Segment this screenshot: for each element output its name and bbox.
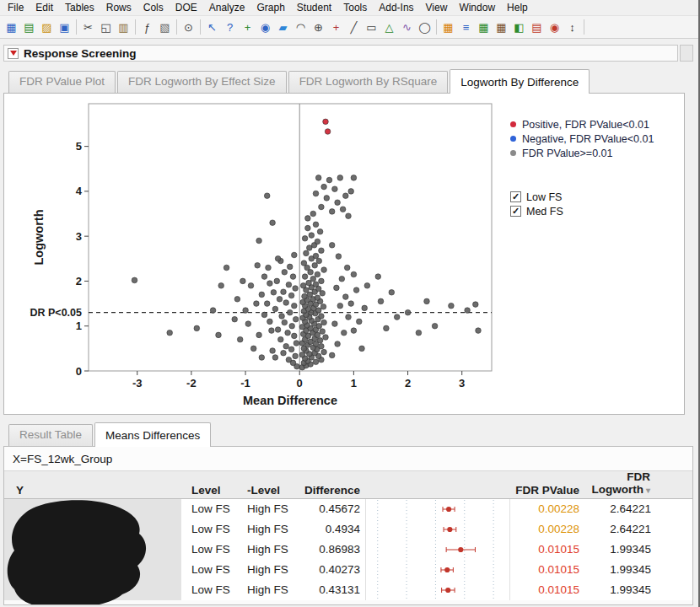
cell-difference[interactable]: 0.86983 [293, 540, 365, 560]
scatter-point[interactable] [324, 196, 330, 201]
copy-icon[interactable]: ◱ [97, 19, 115, 36]
row-diff-plot[interactable] [366, 560, 509, 580]
zoom-tool-icon[interactable]: ⊕ [310, 19, 327, 36]
script-icon[interactable]: ƒ [138, 19, 156, 36]
scatter-point[interactable] [302, 236, 308, 242]
row-diff-plot[interactable] [366, 580, 509, 600]
scatter-point[interactable] [292, 252, 298, 258]
scatter-point[interactable] [321, 320, 327, 325]
scatter-point[interactable] [348, 301, 354, 307]
scatter-point[interactable] [285, 330, 291, 336]
scatter-point[interactable] [286, 357, 292, 363]
cell-level[interactable]: Low FS [181, 560, 237, 580]
curve-tool-icon[interactable]: ∿ [398, 19, 416, 36]
scatter-point[interactable] [319, 204, 325, 210]
scatter-point[interactable] [344, 265, 350, 271]
save-icon[interactable]: ▣ [56, 19, 73, 36]
scatter-point[interactable] [343, 294, 349, 300]
scatter-point[interactable] [317, 338, 323, 344]
scatter-point[interactable] [307, 245, 313, 251]
scatter-point[interactable] [340, 207, 346, 212]
scatter-point[interactable] [312, 263, 318, 269]
scatter-point[interactable] [289, 323, 295, 329]
scatter-point[interactable] [432, 323, 438, 329]
scatter-point[interactable] [286, 282, 292, 287]
scatter-point[interactable] [310, 277, 316, 282]
scatter-point[interactable] [240, 278, 246, 284]
scatter-point[interactable] [335, 200, 341, 206]
scatter-point[interactable] [261, 274, 267, 280]
sort-arrows-icon[interactable]: ↕ [563, 19, 581, 36]
scatter-point[interactable] [343, 193, 349, 199]
scatter-point[interactable] [405, 309, 411, 315]
summary-icon[interactable]: ≡ [457, 19, 475, 36]
scatter-point[interactable] [216, 332, 222, 338]
column-header-level[interactable]: Level [181, 484, 237, 497]
cell-plot[interactable] [365, 499, 510, 519]
join-icon[interactable]: ▦ [493, 19, 510, 36]
scatter-point[interactable] [336, 254, 342, 260]
cell-difference[interactable]: 0.43131 [293, 580, 365, 600]
cell-fdr_logworth[interactable]: 1.99345 [584, 580, 655, 600]
scatter-point[interactable] [339, 277, 345, 282]
scatter-point[interactable] [302, 274, 308, 280]
cell-fdr_logworth[interactable]: 1.99345 [584, 540, 655, 560]
filter-med-fs[interactable]: ✓Med FS [510, 204, 563, 218]
grid-icon[interactable]: ▦ [475, 19, 493, 36]
column-header-fdr_logworth[interactable]: FDRLogworth▾ [584, 470, 655, 497]
cell-difference[interactable]: 0.40273 [293, 560, 365, 580]
menu-graph[interactable]: Graph [250, 1, 290, 14]
scatter-point[interactable] [304, 250, 310, 256]
scatter-point[interactable] [261, 312, 267, 318]
cell-neg_level[interactable]: High FS [237, 540, 293, 560]
scatter-point[interactable] [313, 253, 319, 259]
scatter-point[interactable] [281, 289, 287, 295]
scatter-point[interactable] [315, 175, 321, 181]
scatter-point[interactable] [473, 302, 479, 308]
scatter-point[interactable] [313, 359, 319, 365]
scatter-point[interactable] [342, 330, 347, 336]
annotate-tool-icon[interactable]: ▭ [363, 19, 380, 36]
tab-fdr-logworth-by-effect-size[interactable]: FDR Logworth By Effect Size [117, 71, 287, 93]
scatter-point[interactable] [323, 335, 329, 341]
scatter-point[interactable] [234, 297, 240, 303]
scatter-point[interactable] [307, 292, 313, 298]
scatter-point[interactable] [275, 327, 281, 333]
menu-view[interactable]: View [420, 1, 454, 14]
menu-rows[interactable]: Rows [100, 1, 137, 14]
scatter-point[interactable] [321, 267, 327, 273]
scatter-point[interactable] [264, 301, 270, 307]
report-icon[interactable]: ▤ [528, 19, 546, 36]
tab-result-table[interactable]: Result Table [8, 424, 93, 446]
scatter-point[interactable] [334, 285, 340, 291]
cell-fdr_logworth[interactable]: 2.64221 [584, 519, 655, 540]
scatter-point[interactable] [321, 349, 327, 355]
cut-icon[interactable]: ✂ [79, 19, 97, 36]
scatter-point[interactable] [293, 353, 299, 359]
menu-window[interactable]: Window [453, 1, 501, 14]
scatter-point[interactable] [346, 314, 352, 320]
scatter-point[interactable] [223, 265, 229, 271]
cell-fdr_pvalue[interactable]: 0.00228 [510, 519, 584, 540]
scatter-point[interactable] [375, 274, 381, 280]
menu-help[interactable]: Help [501, 1, 534, 14]
column-header-fdr_pvalue[interactable]: FDR PValue [510, 484, 584, 497]
cell-neg_level[interactable]: High FS [237, 580, 293, 600]
scatter-point[interactable] [287, 264, 293, 270]
scatter-point[interactable] [287, 309, 293, 315]
scatter-point[interactable] [394, 314, 400, 320]
scatter-point[interactable] [346, 213, 352, 219]
scatter-point[interactable] [416, 330, 422, 336]
cell-level[interactable]: Low FS [181, 540, 237, 560]
scatter-point[interactable] [317, 229, 323, 235]
scatter-point[interactable] [250, 346, 256, 352]
scatter-point[interactable] [325, 129, 331, 135]
scatter-point[interactable] [256, 332, 262, 338]
scatter-point[interactable] [351, 271, 357, 277]
move-tool-icon[interactable]: + [239, 19, 256, 36]
scatter-point[interactable] [313, 282, 319, 287]
scatter-point[interactable] [210, 308, 216, 314]
menu-tools[interactable]: Tools [337, 1, 373, 14]
scatter-point[interactable] [267, 319, 273, 325]
scatter-point[interactable] [259, 355, 265, 361]
